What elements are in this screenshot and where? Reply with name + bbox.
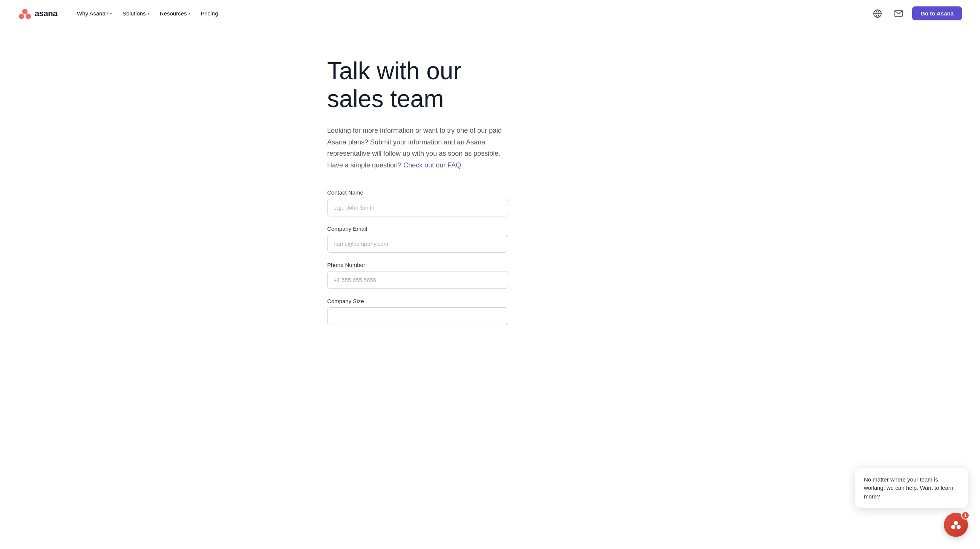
mail-icon [894,9,903,18]
company-email-input[interactable] [327,235,508,253]
main-content: Talk with our sales team Looking for mor… [309,27,671,357]
nav-item-pricing[interactable]: Pricing [196,7,223,20]
page-description: Looking for more information or want to … [327,125,508,171]
globe-icon [873,9,882,18]
svg-point-6 [954,521,958,525]
company-email-group: Company Email [327,226,508,253]
asana-logo[interactable]: asana [18,7,57,21]
company-size-input[interactable] [327,307,508,325]
chat-widget: No matter where your team is working, we… [855,468,968,537]
faq-link[interactable]: Check out our FAQ. [403,161,463,169]
company-size-label: Company Size [327,298,508,304]
chat-avatar-icon [950,519,962,531]
asana-logo-svg [18,7,32,21]
chevron-down-icon: ▾ [147,11,149,16]
navbar-nav: Why Asana? ▾ Solutions ▾ Resources ▾ Pri… [72,7,870,20]
chevron-down-icon: ▾ [188,11,190,16]
navbar: asana Why Asana? ▾ Solutions ▾ Resources… [0,0,980,27]
svg-point-1 [19,14,24,19]
mail-button[interactable] [891,6,906,21]
phone-number-group: Phone Number [327,262,508,289]
phone-number-input[interactable] [327,271,508,289]
nav-item-resources[interactable]: Resources ▾ [155,7,195,20]
nav-item-why-asana[interactable]: Why Asana? ▾ [72,7,116,20]
go-to-asana-button[interactable]: Go to Asana [912,6,962,21]
contact-name-input[interactable] [327,199,508,216]
asana-logo-text: asana [35,9,57,19]
language-button[interactable] [870,6,885,21]
contact-name-group: Contact Name [327,189,508,216]
contact-name-label: Contact Name [327,189,508,196]
chat-notification-badge: 1 [961,511,969,520]
chevron-down-icon: ▾ [110,11,112,16]
page-heading: Talk with our sales team [327,57,508,113]
svg-point-0 [22,9,27,14]
phone-number-label: Phone Number [327,262,508,268]
company-email-label: Company Email [327,226,508,232]
chat-avatar-button[interactable]: 1 [944,513,968,537]
svg-point-2 [25,14,31,19]
chat-bubble: No matter where your team is working, we… [855,468,968,509]
svg-point-7 [951,525,955,529]
navbar-actions: Go to Asana [870,6,962,21]
company-size-group: Company Size [327,298,508,325]
nav-item-solutions[interactable]: Solutions ▾ [118,7,154,20]
contact-form: Contact Name Company Email Phone Number … [327,189,508,334]
svg-point-8 [957,525,961,529]
